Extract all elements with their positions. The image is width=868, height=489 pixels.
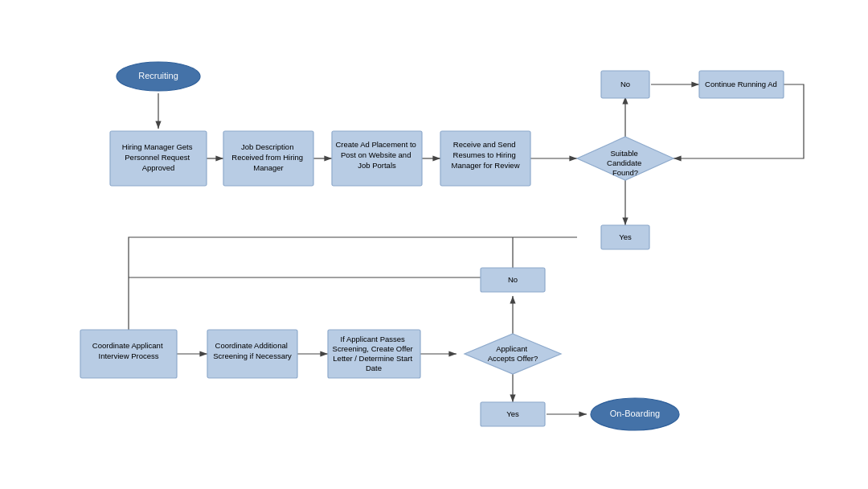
recruiting-label: Recruiting (138, 71, 178, 80)
suitable-candidate-label: Suitable Candidate Found? (607, 149, 644, 177)
receive-send-label: Receive and Send Resumes to Hiring Manag… (451, 140, 519, 170)
onboarding-label: On-Boarding (610, 409, 660, 418)
continue-running-label: Continue Running Ad (705, 80, 777, 88)
no-top-label: No (620, 80, 630, 88)
yes-top-label: Yes (619, 232, 632, 241)
yes-final-label: Yes (506, 409, 519, 418)
no-mid-label: No (508, 275, 518, 284)
